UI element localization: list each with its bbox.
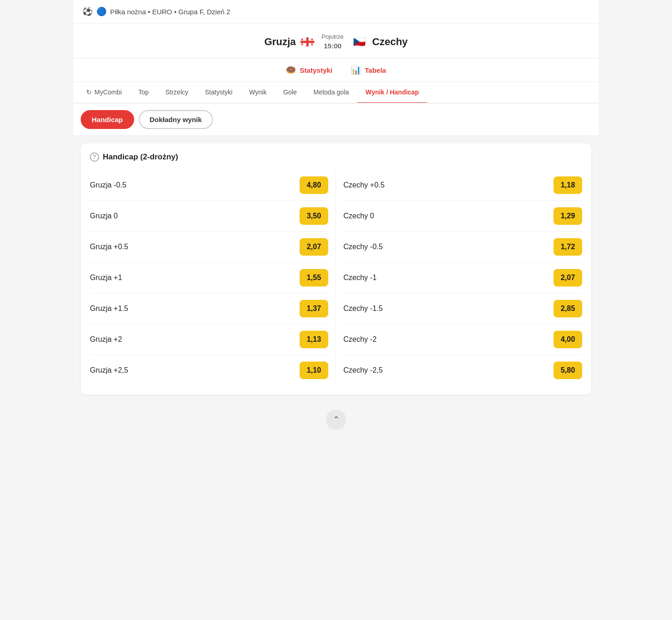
match-header: Gruzja Pojutrze 15:00 🇨🇿 Czechy [73,23,599,58]
filter-bar: Handicap Dokładny wynik [73,104,599,136]
euro-icon: 🔵 [96,6,106,17]
svg-rect-6 [311,39,313,40]
odds-label: Czechy -2 [343,335,377,344]
team-home: Gruzja [264,36,314,48]
odds-value-button[interactable]: 4,80 [300,176,328,194]
tab-metoda-gola[interactable]: Metoda gola [305,82,357,104]
nav-tabs: ↻ MyCombi Top Strzelcy Statystyki Wynik … [73,82,599,104]
odds-label: Gruzja 0 [90,212,118,220]
odds-value-button[interactable]: 3,50 [300,207,328,225]
table-row: Czechy -1 2,07 [343,263,582,293]
odds-label: Gruzja +2 [90,335,122,344]
odds-label: Czechy -1 [343,274,377,282]
svg-rect-8 [301,44,303,45]
table-row: Gruzja +2,5 1,10 [90,355,328,386]
odds-value-button[interactable]: 1,13 [300,331,328,348]
match-day: Pojutrze [322,33,344,41]
tabela-link[interactable]: 📊 Tabela [351,65,386,75]
content-area: ? Handicap (2-drożny) Gruzja -0.5 4,80 G… [73,136,599,402]
odds-label: Czechy -0.5 [343,243,383,251]
table-row: Czechy 0 1,29 [343,201,582,232]
tab-wynik-label: Wynik [249,88,266,96]
tab-wynik[interactable]: Wynik [241,82,275,104]
team-away: 🇨🇿 Czechy [351,34,408,50]
svg-rect-2 [301,41,314,43]
card-title: ? Handicap (2-drożny) [90,152,582,162]
mycombi-icon: ↻ [86,88,92,96]
tab-mycombi[interactable]: ↻ MyCombi [78,82,130,104]
odds-label: Gruzja +1.5 [90,304,128,313]
table-row: Czechy +0.5 1,18 [343,170,582,201]
tabela-label: Tabela [365,66,386,74]
card-title-text: Handicap (2-drożny) [103,152,178,162]
svg-rect-4 [301,39,303,40]
svg-rect-10 [311,44,313,45]
right-column: Czechy +0.5 1,18 Czechy 0 1,29 Czechy -0… [336,170,582,386]
odds-value-button[interactable]: 5,80 [554,362,582,379]
odds-label: Czechy -2,5 [343,366,383,374]
table-row: Czechy -1.5 2,85 [343,293,582,324]
scroll-up-section: ⌃ [73,402,599,437]
statystyki-link[interactable]: 🍩 Statystyki [286,65,332,75]
away-team-name: Czechy [372,36,408,48]
odds-table: Gruzja -0.5 4,80 Gruzja 0 3,50 Gruzja +0… [90,170,582,386]
filter-dokładny-wynik[interactable]: Dokładny wynik [139,110,213,129]
table-row: Gruzja +1 1,55 [90,263,328,293]
table-row: Czechy -2,5 5,80 [343,355,582,386]
tab-top[interactable]: Top [130,82,157,104]
table-row: Czechy -0.5 1,72 [343,232,582,263]
table-row: Gruzja -0.5 4,80 [90,170,328,201]
table-row: Gruzja 0 3,50 [90,201,328,232]
odds-label: Gruzja +2,5 [90,366,128,374]
statystyki-label: Statystyki [300,66,332,74]
odds-label: Gruzja +0.5 [90,243,128,251]
top-bar: ⚽ 🔵 Piłka nożna • EURO • Grupa F, Dzień … [73,0,599,23]
georgia-flag [301,37,314,47]
tab-mycombi-label: MyCombi [94,88,122,96]
odds-card: ? Handicap (2-drożny) Gruzja -0.5 4,80 G… [81,143,591,395]
tab-statystyki[interactable]: Statystyki [197,82,241,104]
help-icon[interactable]: ? [90,152,99,162]
left-column: Gruzja -0.5 4,80 Gruzja 0 3,50 Gruzja +0… [90,170,336,386]
breadcrumb: Piłka nożna • EURO • Grupa F, Dzień 2 [110,8,230,16]
tab-wynik-handicap[interactable]: Wynik / Handicap [357,82,427,104]
odds-value-button[interactable]: 1,29 [554,207,582,225]
odds-value-button[interactable]: 1,10 [300,362,328,379]
odds-label: Gruzja +1 [90,274,122,282]
odds-value-button[interactable]: 2,07 [554,269,582,287]
tab-strzelcy[interactable]: Strzelcy [157,82,197,104]
football-icon: ⚽ [83,6,93,17]
home-team-name: Gruzja [264,36,295,48]
tab-gole[interactable]: Gole [275,82,305,104]
match-time: Pojutrze 15:00 [322,33,344,51]
tab-wynik-handicap-label: Wynik / Handicap [365,88,419,96]
scroll-up-button[interactable]: ⌃ [326,409,346,430]
tab-metoda-gola-label: Metoda gola [313,88,349,96]
odds-label: Czechy +0.5 [343,181,384,189]
pie-chart-icon: 🍩 [286,65,296,75]
table-row: Gruzja +2 1,13 [90,324,328,355]
odds-value-button[interactable]: 1,18 [554,176,582,194]
odds-value-button[interactable]: 2,07 [300,238,328,256]
table-row: Czechy -2 4,00 [343,324,582,355]
table-row: Gruzja +1.5 1,37 [90,293,328,324]
tab-top-label: Top [138,88,149,96]
odds-label: Gruzja -0.5 [90,181,126,189]
odds-value-button[interactable]: 1,72 [554,238,582,256]
odds-value-button[interactable]: 1,37 [300,300,328,317]
odds-value-button[interactable]: 2,85 [554,300,582,317]
tab-strzelcy-label: Strzelcy [165,88,189,96]
czech-flag-icon: 🇨🇿 [351,34,368,50]
match-time-value: 15:00 [322,41,344,51]
filter-handicap[interactable]: Handicap [81,110,134,129]
table-row: Gruzja +0.5 2,07 [90,232,328,263]
stats-bar: 🍩 Statystyki 📊 Tabela [73,58,599,82]
odds-value-button[interactable]: 4,00 [554,331,582,348]
tab-statystyki-label: Statystyki [205,88,233,96]
odds-label: Czechy 0 [343,212,374,220]
bar-chart-icon: 📊 [351,65,361,75]
tab-gole-label: Gole [283,88,297,96]
odds-label: Czechy -1.5 [343,304,383,313]
odds-value-button[interactable]: 1,55 [300,269,328,287]
